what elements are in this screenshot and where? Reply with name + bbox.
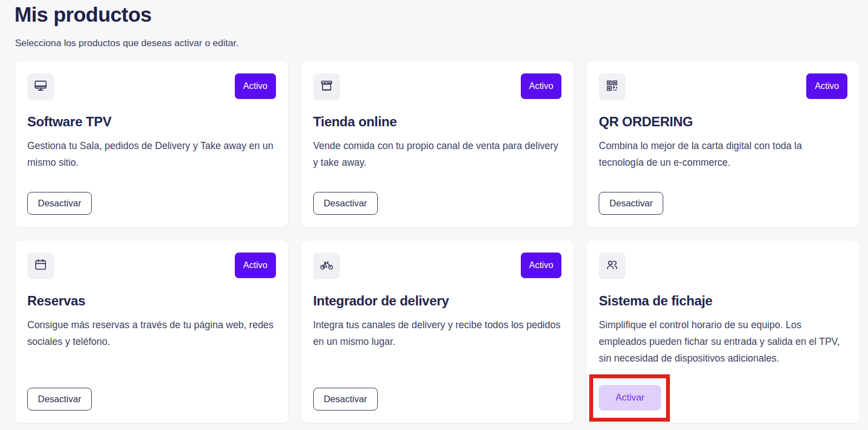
status-badge: Activo	[235, 253, 276, 278]
two-users-icon	[605, 258, 619, 274]
page-title: Mis productos	[14, 3, 860, 27]
storefront-icon	[319, 78, 334, 95]
product-description: Integra tus canales de delivery y recibe…	[313, 317, 562, 350]
card-header: Activo	[27, 253, 276, 279]
card-header: Activo	[313, 73, 562, 100]
page-subtitle: Selecciona los productos que deseas acti…	[15, 36, 860, 51]
product-description: Vende comida con tu propio canal de vent…	[313, 137, 562, 171]
product-card: Activo Integrador de delivery Integra tu…	[300, 240, 575, 423]
product-title: Tienda online	[313, 113, 562, 130]
card-actions: Desactivar	[313, 388, 562, 411]
product-title: Reservas	[27, 293, 276, 309]
status-badge: Activo	[521, 73, 562, 99]
desktop-monitor-icon	[33, 78, 48, 95]
product-icon-box	[599, 253, 625, 279]
card-actions: Desactivar	[313, 192, 562, 215]
product-title: Integrador de delivery	[313, 293, 562, 309]
product-description: Consigue más reservas a través de tu pág…	[27, 317, 276, 350]
product-icon-box	[599, 73, 625, 100]
deactivate-button[interactable]: Desactivar	[27, 192, 92, 215]
bicycle-icon	[319, 258, 334, 274]
product-description: Combina lo mejor de la carta digital con…	[599, 137, 847, 171]
product-card: Sistema de fichaje Simplifique el contro…	[586, 240, 860, 423]
product-card: Activo Tienda online Vende comida con tu…	[300, 61, 575, 228]
product-icon-box	[313, 253, 340, 279]
card-header	[599, 253, 847, 279]
card-actions: Desactivar	[27, 388, 276, 411]
product-title: Sistema de fichaje	[599, 293, 847, 309]
product-description: Gestiona tu Sala, pedidos de Delivery y …	[27, 137, 276, 171]
deactivate-button[interactable]: Desactivar	[313, 192, 378, 215]
product-card: Activo QR ORDERING Combina lo mejor de l…	[586, 61, 860, 228]
deactivate-button[interactable]: Desactivar	[27, 388, 92, 411]
deactivate-button[interactable]: Desactivar	[599, 192, 663, 215]
deactivate-button[interactable]: Desactivar	[313, 388, 378, 411]
product-title: QR ORDERING	[599, 113, 847, 130]
activate-button[interactable]: Activar	[599, 385, 661, 411]
products-grid: Activo Software TPV Gestiona tu Sala, pe…	[14, 61, 860, 423]
card-actions: Desactivar	[599, 192, 847, 215]
product-icon-box	[27, 73, 54, 100]
my-products-page: Mis productos Selecciona los productos q…	[0, 0, 868, 430]
qr-code-icon	[605, 78, 619, 95]
card-actions: Desactivar	[27, 192, 276, 215]
card-header: Activo	[27, 73, 276, 100]
product-icon-box	[27, 253, 54, 279]
card-header: Activo	[599, 73, 847, 100]
card-actions: Activar	[599, 385, 847, 411]
status-badge: Activo	[521, 253, 562, 278]
product-icon-box	[313, 73, 340, 100]
status-badge: Activo	[235, 73, 276, 99]
card-header: Activo	[313, 253, 562, 279]
product-title: Software TPV	[27, 113, 276, 130]
status-badge: Activo	[806, 73, 847, 99]
product-description: Simplifique el control horario de su equ…	[599, 317, 847, 367]
product-card: Activo Software TPV Gestiona tu Sala, pe…	[14, 61, 289, 228]
product-card: Activo Reservas Consigue más reservas a …	[14, 240, 289, 423]
calendar-icon	[33, 258, 48, 274]
